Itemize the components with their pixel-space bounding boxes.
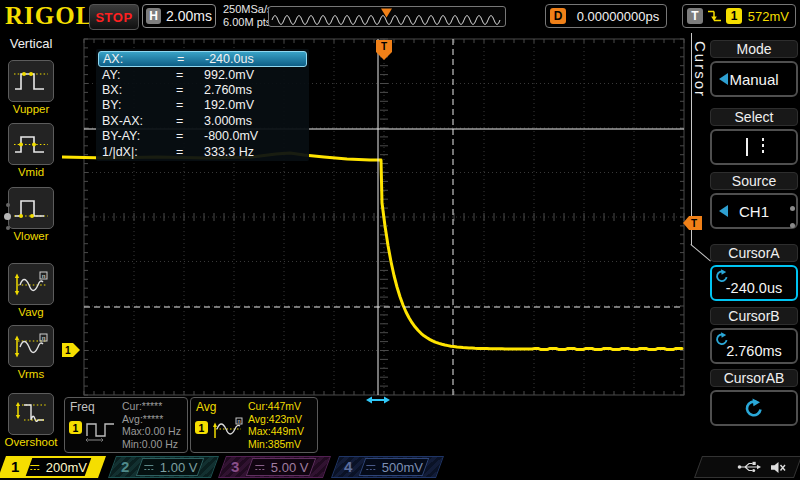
cursor-row-ay: AY:=992.0mV bbox=[96, 67, 309, 82]
falling-edge-icon bbox=[707, 8, 722, 24]
measure-item-overshoot[interactable]: Overshoot bbox=[0, 393, 62, 448]
channel-1-number: 1 bbox=[11, 458, 19, 475]
trigger-badge: T bbox=[687, 8, 703, 24]
channel-1-marker-label: 1 bbox=[65, 345, 71, 356]
measure-item-vavg[interactable]: n Vavg bbox=[0, 263, 62, 318]
dc-coupling-icon bbox=[254, 463, 266, 472]
dc-coupling-icon bbox=[143, 463, 155, 472]
horizontal-timebase-readout[interactable]: H 2.00ms bbox=[142, 4, 216, 28]
cursor-measurement-panel: AX:=-240.0us AY:=992.0mV BX:=2.760ms BY:… bbox=[96, 49, 309, 161]
measurement-avg-box: Avg 1 n Cur:447mV Avg:423mV Max:449mV Mi… bbox=[190, 397, 318, 453]
rotate-knob-icon bbox=[744, 398, 764, 418]
measure-item-vrms[interactable]: n Vrms bbox=[0, 325, 62, 380]
usb-icon bbox=[737, 461, 761, 473]
channel-2-tab[interactable]: 2 1.00 V bbox=[112, 456, 215, 478]
cursor-b-button[interactable]: 2.760ms bbox=[710, 328, 798, 364]
left-menu-title: Vertical bbox=[0, 36, 62, 51]
menu-group-cursor-ab: CursorAB bbox=[710, 369, 798, 426]
channel-1-scale: 200mV bbox=[46, 460, 87, 475]
channel-3-number: 3 bbox=[231, 458, 239, 475]
membar-trigger-marker bbox=[381, 9, 392, 18]
channel-badge: 1 bbox=[195, 421, 208, 434]
channel-4-scale: 500mV bbox=[382, 460, 423, 475]
rigol-logo: RIGOL bbox=[5, 2, 93, 30]
memory-waveform-icon bbox=[269, 7, 505, 26]
channel-4-tab[interactable]: 4 500mV bbox=[335, 456, 440, 478]
trigger-readout[interactable]: T 1 572mV bbox=[682, 4, 796, 28]
measure-item-vupper[interactable]: Vupper bbox=[0, 60, 62, 115]
run-state-button[interactable]: STOP bbox=[89, 4, 139, 30]
cursor-a-button[interactable]: -240.0us bbox=[710, 265, 798, 301]
speaker-muted-icon bbox=[770, 461, 786, 474]
menu-scroll-indicator bbox=[4, 203, 11, 230]
delay-badge: D bbox=[550, 8, 566, 24]
menu-group-mode: Mode Manual bbox=[710, 40, 798, 97]
vupper-icon bbox=[12, 66, 50, 96]
vertical-measure-menu: Vertical Vupper Vmid Vlower bbox=[0, 33, 63, 455]
vavg-icon: n bbox=[12, 269, 50, 299]
menu-tab-divider-diagonal bbox=[690, 244, 711, 261]
memory-depth: 6.00M pts bbox=[223, 16, 273, 29]
menu-group-source: Source CH1 bbox=[710, 172, 798, 229]
delay-value: 0.00000000ps bbox=[574, 9, 662, 24]
vmid-icon bbox=[12, 129, 50, 159]
svg-text:n: n bbox=[42, 273, 45, 279]
waveform-trace bbox=[62, 153, 682, 350]
left-triangle-icon bbox=[719, 73, 728, 85]
channel-status-bar: 1 200mV 2 1.00 V 3 5.00 V 4 bbox=[0, 455, 800, 480]
trigger-level-value: 572mV bbox=[746, 9, 791, 24]
menu-group-cursor-b: CursorB 2.760ms bbox=[710, 307, 798, 364]
svg-text:n: n bbox=[238, 418, 241, 424]
channel-badge: 1 bbox=[69, 421, 82, 434]
channel-3-tab[interactable]: 3 5.00 V bbox=[222, 456, 327, 478]
h-badge: H bbox=[146, 8, 161, 24]
measure-item-vmid[interactable]: Vmid bbox=[0, 123, 62, 178]
dc-coupling-icon bbox=[365, 463, 377, 472]
menu-tab-title: Cursor bbox=[692, 41, 709, 98]
dc-coupling-icon bbox=[29, 463, 41, 472]
sample-rate: 250MSa/s bbox=[223, 3, 273, 16]
cursor-ab-button[interactable] bbox=[710, 390, 798, 426]
menu-scroll-indicator bbox=[790, 206, 795, 228]
measurement-freq-box: Freq 1 Cur:***** Avg:***** Max:0.00 Hz M… bbox=[64, 397, 188, 453]
menu-group-select: Select bbox=[710, 108, 798, 165]
trigger-position-label: T bbox=[381, 41, 387, 52]
waveform-display: T1 AX:=-240.0us AY:=992.0mV BX:=2.760ms … bbox=[62, 33, 686, 455]
vlower-icon bbox=[12, 193, 50, 223]
timebase-value: 2.00ms bbox=[166, 8, 212, 24]
cursor-row-byay: BY-AY:=-800.0mV bbox=[96, 129, 309, 144]
overshoot-icon bbox=[12, 399, 50, 429]
channel-1-tab[interactable]: 1 200mV bbox=[2, 456, 102, 478]
delay-readout[interactable]: D 0.00000000ps bbox=[545, 4, 667, 28]
vrms-icon: n bbox=[12, 331, 50, 361]
channel-2-number: 2 bbox=[121, 458, 129, 475]
menu-group-cursor-a: CursorA -240.0us bbox=[710, 244, 798, 301]
cursor-row-ax: AX:=-240.0us bbox=[98, 51, 307, 67]
left-triangle-icon bbox=[719, 205, 728, 217]
acquisition-info: 250MSa/s 6.00M pts bbox=[223, 3, 273, 29]
svg-text:n: n bbox=[42, 335, 45, 341]
select-button[interactable] bbox=[710, 129, 798, 165]
cursor-menu: Cursor Mode Manual Select Source CH1 Cur… bbox=[686, 33, 800, 455]
avg-icon: n bbox=[210, 416, 244, 442]
status-icon-tray bbox=[698, 456, 798, 478]
cursor-row-bxax: BX-AX:=3.000ms bbox=[96, 113, 309, 128]
top-status-bar: RIGOL STOP H 2.00ms 250MSa/s 6.00M pts D… bbox=[0, 0, 800, 34]
freq-icon bbox=[84, 416, 118, 442]
source-button[interactable]: CH1 bbox=[710, 193, 798, 229]
memory-position-bar bbox=[268, 6, 506, 27]
cursor-row-bx: BX:=2.760ms bbox=[96, 82, 309, 97]
channel-4-number: 4 bbox=[344, 458, 352, 475]
trigger-source-badge: 1 bbox=[726, 8, 742, 24]
cursor-lines-icon bbox=[728, 136, 780, 158]
channel-3-scale: 5.00 V bbox=[271, 460, 309, 475]
channel-2-scale: 1.00 V bbox=[160, 460, 198, 475]
mode-button[interactable]: Manual bbox=[710, 61, 798, 97]
oscilloscope-screen: { "top_bar": { "logo": "RIGOL", "run_sta… bbox=[0, 0, 800, 480]
cursor-row-by: BY:=192.0mV bbox=[96, 98, 309, 113]
cursor-row-freq: 1/|dX|:=333.3 Hz bbox=[96, 144, 309, 159]
